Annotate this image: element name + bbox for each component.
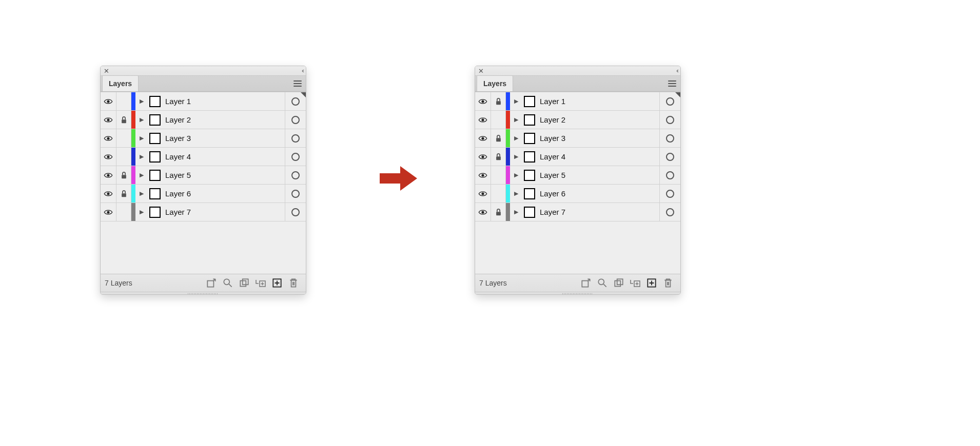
target-indicator[interactable] [659, 166, 680, 184]
target-indicator[interactable] [285, 203, 306, 221]
target-indicator[interactable] [285, 111, 306, 129]
layer-name[interactable]: Layer 4 [162, 152, 285, 161]
layer-name[interactable]: Layer 5 [537, 171, 659, 179]
layer-row[interactable]: ▶Layer 2 [101, 111, 306, 129]
layer-row[interactable]: ▶Layer 6 [475, 185, 680, 203]
expand-toggle[interactable]: ▶ [510, 98, 522, 105]
expand-toggle[interactable]: ▶ [135, 98, 148, 105]
target-indicator[interactable] [659, 148, 680, 166]
layer-name[interactable]: Layer 1 [537, 97, 659, 106]
visibility-toggle[interactable] [475, 148, 491, 166]
target-indicator[interactable] [659, 111, 680, 129]
layer-name[interactable]: Layer 7 [537, 208, 659, 216]
lock-toggle[interactable] [116, 148, 131, 166]
layer-row[interactable]: ▶Layer 1 [101, 92, 306, 111]
panel-resize-grip[interactable] [101, 292, 306, 295]
visibility-toggle[interactable] [101, 111, 116, 129]
visibility-toggle[interactable] [101, 185, 116, 202]
expand-toggle[interactable]: ▶ [510, 153, 522, 160]
layer-row[interactable]: ▶Layer 5 [101, 166, 306, 185]
layer-row[interactable]: ▶Layer 3 [475, 129, 680, 148]
locate-object-icon[interactable] [222, 277, 233, 289]
collapse-icon[interactable]: ‹‹ [676, 67, 677, 74]
target-indicator[interactable] [285, 166, 306, 184]
expand-toggle[interactable]: ▶ [135, 172, 148, 178]
layer-row[interactable]: ▶Layer 5 [475, 166, 680, 185]
visibility-toggle[interactable] [475, 166, 491, 184]
layer-name[interactable]: Layer 6 [162, 189, 285, 198]
layer-name[interactable]: Layer 3 [162, 134, 285, 143]
lock-toggle[interactable] [116, 203, 131, 221]
clipping-mask-icon[interactable] [239, 277, 250, 289]
visibility-toggle[interactable] [475, 111, 491, 129]
expand-toggle[interactable]: ▶ [510, 209, 522, 215]
layer-row[interactable]: ▶Layer 4 [475, 148, 680, 166]
tab-layers[interactable]: Layers [477, 75, 513, 91]
visibility-toggle[interactable] [101, 92, 116, 110]
layer-row[interactable]: ▶Layer 1 [475, 92, 680, 111]
expand-toggle[interactable]: ▶ [135, 190, 148, 197]
delete-layer-icon[interactable] [662, 277, 674, 289]
expand-toggle[interactable]: ▶ [510, 135, 522, 141]
layer-row[interactable]: ▶Layer 3 [101, 129, 306, 148]
target-indicator[interactable] [285, 185, 306, 202]
panel-menu-icon[interactable] [667, 79, 677, 88]
layer-name[interactable]: Layer 1 [162, 97, 285, 106]
visibility-toggle[interactable] [101, 166, 116, 184]
layer-name[interactable]: Layer 7 [162, 208, 285, 216]
visibility-toggle[interactable] [475, 129, 491, 147]
layer-row[interactable]: ▶Layer 7 [101, 203, 306, 221]
panel-menu-icon[interactable] [292, 79, 303, 88]
layer-name[interactable]: Layer 5 [162, 171, 285, 179]
new-sublayer-icon[interactable] [630, 277, 641, 289]
panel-resize-grip[interactable] [475, 292, 680, 295]
tab-layers[interactable]: Layers [102, 75, 139, 91]
visibility-toggle[interactable] [101, 129, 116, 147]
new-layer-icon[interactable] [271, 277, 283, 289]
new-sublayer-icon[interactable] [255, 277, 266, 289]
lock-toggle[interactable] [116, 166, 131, 184]
collapse-icon[interactable]: ‹‹ [302, 67, 303, 74]
target-indicator[interactable] [659, 185, 680, 202]
expand-toggle[interactable]: ▶ [135, 153, 148, 160]
lock-toggle[interactable] [491, 92, 506, 110]
lock-toggle[interactable] [491, 185, 506, 202]
target-indicator[interactable] [285, 148, 306, 166]
visibility-toggle[interactable] [475, 185, 491, 202]
layer-row[interactable]: ▶Layer 7 [475, 203, 680, 221]
lock-toggle[interactable] [491, 166, 506, 184]
lock-toggle[interactable] [491, 203, 506, 221]
target-indicator[interactable] [285, 129, 306, 147]
target-indicator[interactable] [659, 129, 680, 147]
lock-toggle[interactable] [491, 111, 506, 129]
new-layer-icon[interactable] [646, 277, 657, 289]
visibility-toggle[interactable] [101, 203, 116, 221]
layer-name[interactable]: Layer 4 [537, 152, 659, 161]
lock-toggle[interactable] [116, 129, 131, 147]
release-to-layers-icon[interactable] [580, 277, 592, 289]
release-to-layers-icon[interactable] [206, 277, 217, 289]
delete-layer-icon[interactable] [288, 277, 299, 289]
expand-toggle[interactable]: ▶ [135, 116, 148, 123]
visibility-toggle[interactable] [475, 92, 491, 110]
layer-name[interactable]: Layer 6 [537, 189, 659, 198]
expand-toggle[interactable]: ▶ [510, 190, 522, 197]
close-icon[interactable]: ✕ [104, 68, 109, 74]
target-indicator[interactable] [659, 203, 680, 221]
lock-toggle[interactable] [116, 111, 131, 129]
clipping-mask-icon[interactable] [613, 277, 624, 289]
expand-toggle[interactable]: ▶ [510, 172, 522, 178]
lock-toggle[interactable] [491, 148, 506, 166]
layer-name[interactable]: Layer 2 [162, 115, 285, 124]
lock-toggle[interactable] [116, 185, 131, 202]
visibility-toggle[interactable] [475, 203, 491, 221]
layer-name[interactable]: Layer 3 [537, 134, 659, 143]
lock-toggle[interactable] [116, 92, 131, 110]
layer-row[interactable]: ▶Layer 6 [101, 185, 306, 203]
expand-toggle[interactable]: ▶ [135, 135, 148, 141]
locate-object-icon[interactable] [597, 277, 608, 289]
visibility-toggle[interactable] [101, 148, 116, 166]
lock-toggle[interactable] [491, 129, 506, 147]
expand-toggle[interactable]: ▶ [510, 116, 522, 123]
close-icon[interactable]: ✕ [478, 68, 484, 74]
